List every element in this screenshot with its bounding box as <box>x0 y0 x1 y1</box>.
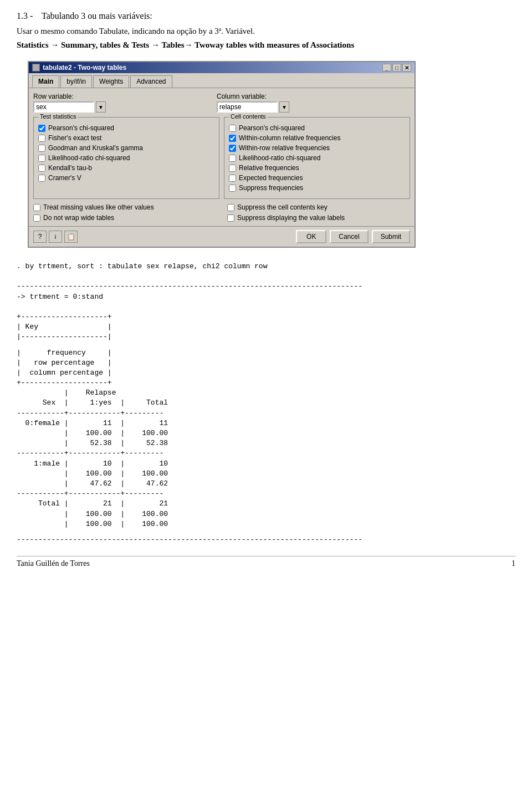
dialog-wrapper: tabulate2 - Two-way tables _ □ ✕ Main by… <box>28 61 416 248</box>
check-pearson-chi-label: Pearson's chi-squared <box>48 124 114 132</box>
check-suppress-labels-input[interactable] <box>227 214 234 222</box>
footer-page: 1 <box>511 559 515 568</box>
check-within-col-label: Within-column relative frequencies <box>239 134 340 142</box>
dialog-tabs: Main by/if/in Weights Advanced <box>29 73 415 88</box>
cell-contents-panel: Cell contents Pearson's chi-squared With… <box>224 117 410 199</box>
col-variable-input[interactable] <box>217 101 278 113</box>
separator-text: ----------------------------------------… <box>17 535 362 544</box>
test-stats-panel: Test statistics Pearson's chi-squared Fi… <box>33 117 219 199</box>
check-suppress-labels: Suppress displaying the value labels <box>227 214 410 222</box>
row-variable-group: Row variable: ▼ <box>33 93 106 113</box>
check-cell-pearson-label: Pearson's chi-squared <box>239 124 305 132</box>
stats-line: Statistics → Summary, tables & Tests → T… <box>17 40 515 50</box>
check-suppress-freq: Suppress frequencies <box>229 184 405 192</box>
col-variable-group: Column variable: ▼ <box>217 93 289 113</box>
check-suppress-freq-label: Suppress frequencies <box>239 184 303 192</box>
table-block: | frequency | | row percentage | | colum… <box>17 348 515 529</box>
col-variable-label: Column variable: <box>217 93 289 100</box>
check-likelihood: Likelihood-ratio chi-squared <box>38 154 214 162</box>
cell-contents-title: Cell contents <box>229 113 268 120</box>
check-within-col-input[interactable] <box>229 135 236 142</box>
check-within-row-input[interactable] <box>229 145 236 152</box>
check-cell-pearson-input[interactable] <box>229 125 236 132</box>
row-variable-input-row: ▼ <box>33 101 106 113</box>
test-stats-title: Test statistics <box>38 113 78 120</box>
check-fisher-label: Fisher's exact test <box>48 134 101 142</box>
check-no-wrap: Do not wrap wide tables <box>33 214 216 222</box>
tab-by-if-in[interactable]: by/if/in <box>60 75 92 88</box>
row-variable-dropdown[interactable]: ▼ <box>96 101 106 113</box>
dialog-titlebar: tabulate2 - Two-way tables _ □ ✕ <box>29 62 415 73</box>
cancel-button[interactable]: Cancel <box>330 230 368 243</box>
check-within-row-label: Within-row relative frequencies <box>239 144 330 152</box>
check-treat-missing-label: Treat missing values like other values <box>43 203 154 211</box>
titlebar-left: tabulate2 - Two-way tables <box>32 64 126 71</box>
check-expected-freq: Expected frequencies <box>229 174 405 182</box>
footer-right-buttons: OK Cancel Submit <box>296 230 410 243</box>
tabulate-dialog: tabulate2 - Two-way tables _ □ ✕ Main by… <box>28 61 416 248</box>
check-suppress-key-label: Suppress the cell contents key <box>237 203 328 211</box>
check-cramer-label: Cramer's V <box>48 174 81 182</box>
copy-button[interactable]: 📋 <box>64 231 78 243</box>
check-within-row: Within-row relative frequencies <box>229 144 405 152</box>
check-suppress-key: Suppress the cell contents key <box>227 203 410 211</box>
row-variable-label: Row variable: <box>33 93 106 100</box>
check-kendall: Kendall's tau-b <box>38 164 214 172</box>
check-kendall-input[interactable] <box>38 165 45 172</box>
check-fisher-input[interactable] <box>38 135 45 142</box>
footer-author: Tania Guillén de Torres <box>17 559 90 568</box>
check-pearson-chi: Pearson's chi-squared <box>38 124 214 132</box>
col-variable-input-row: ▼ <box>217 101 289 113</box>
check-relative-freq-label: Relative frequencies <box>239 164 299 172</box>
variable-fields-row: Row variable: ▼ Column variable: ▼ <box>33 93 410 113</box>
code-text: . by trtment, sort : tabulate sex relaps… <box>17 262 362 341</box>
intro-text: Usar o mesmo comando Tabulate, indicando… <box>17 27 515 36</box>
check-suppress-key-input[interactable] <box>227 204 234 211</box>
page-footer: Tania Guillén de Torres 1 <box>17 556 515 568</box>
check-goodman-input[interactable] <box>38 145 45 152</box>
tab-main[interactable]: Main <box>32 75 59 88</box>
check-relative-freq-input[interactable] <box>229 165 236 172</box>
tab-advanced[interactable]: Advanced <box>130 75 172 88</box>
table-text: | frequency | | row percentage | | colum… <box>17 349 168 528</box>
check-cramer-input[interactable] <box>38 175 45 182</box>
info-button[interactable]: i <box>49 231 62 243</box>
col-variable-dropdown[interactable]: ▼ <box>279 101 289 113</box>
dialog-title: tabulate2 - Two-way tables <box>43 64 126 71</box>
separator-bottom: ----------------------------------------… <box>17 535 515 545</box>
footer-left-buttons: ? i 📋 <box>33 231 78 243</box>
row-variable-input[interactable] <box>33 101 94 113</box>
code-block: . by trtment, sort : tabulate sex relaps… <box>17 262 515 343</box>
check-goodman: Goodman and Kruskal's gamma <box>38 144 214 152</box>
check-treat-missing-input[interactable] <box>33 204 40 211</box>
check-cell-likelihood-label: Likelihood-ratio chi-squared <box>239 154 320 162</box>
close-button[interactable]: ✕ <box>402 64 411 71</box>
bottom-checkboxes: Treat missing values like other values D… <box>33 203 410 222</box>
check-likelihood-input[interactable] <box>38 155 45 162</box>
ok-button[interactable]: OK <box>296 230 326 243</box>
panels-row: Test statistics Pearson's chi-squared Fi… <box>33 117 410 199</box>
check-treat-missing: Treat missing values like other values <box>33 203 216 211</box>
check-kendall-label: Kendall's tau-b <box>48 164 92 172</box>
check-within-col: Within-column relative frequencies <box>229 134 405 142</box>
check-expected-freq-label: Expected frequencies <box>239 174 303 182</box>
help-button[interactable]: ? <box>33 231 47 243</box>
check-expected-freq-input[interactable] <box>229 175 236 182</box>
check-cell-likelihood-input[interactable] <box>229 155 236 162</box>
section-number: 1.3 - <box>17 11 33 21</box>
maximize-button[interactable]: □ <box>392 64 401 71</box>
check-no-wrap-input[interactable] <box>33 214 40 222</box>
submit-button[interactable]: Submit <box>372 230 410 243</box>
check-cramer: Cramer's V <box>38 174 214 182</box>
check-fisher: Fisher's exact test <box>38 134 214 142</box>
section-heading: 1.3 - Tabulando 3 ou mais variáveis: <box>17 11 515 21</box>
tab-weights[interactable]: Weights <box>93 75 129 88</box>
section-title: Tabulando 3 ou mais variáveis: <box>42 11 152 21</box>
dialog-footer: ? i 📋 OK Cancel Submit <box>29 226 415 247</box>
check-pearson-chi-input[interactable] <box>38 125 45 132</box>
check-relative-freq: Relative frequencies <box>229 164 405 172</box>
check-cell-likelihood: Likelihood-ratio chi-squared <box>229 154 405 162</box>
check-goodman-label: Goodman and Kruskal's gamma <box>48 144 143 152</box>
check-suppress-freq-input[interactable] <box>229 185 236 192</box>
minimize-button[interactable]: _ <box>382 64 391 71</box>
